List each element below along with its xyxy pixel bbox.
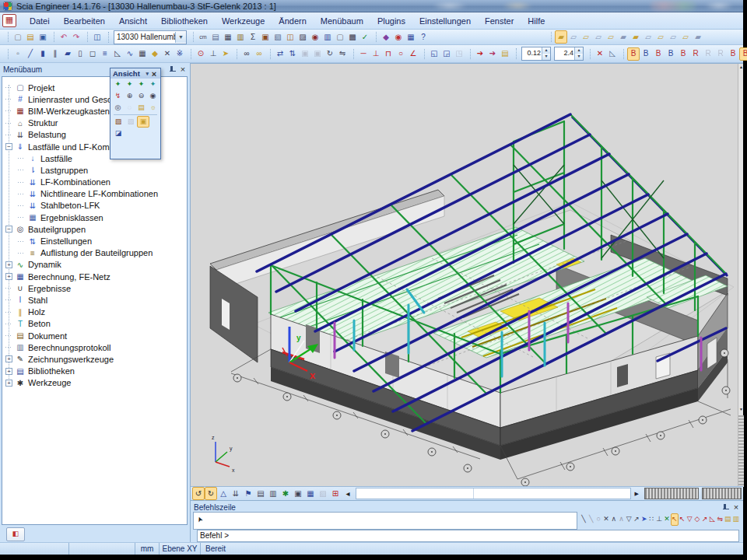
tree-expander[interactable] xyxy=(18,158,25,159)
snap-orthogonal-button[interactable]: ◇ xyxy=(693,513,701,526)
redo-button[interactable]: ↷ xyxy=(70,30,82,44)
tree-expander[interactable] xyxy=(5,299,12,300)
copy-gray-button[interactable]: ▣ xyxy=(311,47,324,61)
snap-segment-button[interactable]: ╲ xyxy=(587,513,595,526)
menu-item-bearbeiten[interactable]: Bearbeiten xyxy=(57,14,112,28)
copy-attributes-button[interactable]: ◱ xyxy=(428,47,440,61)
rotate-model-button[interactable]: ↺ xyxy=(192,487,205,500)
tree-expander[interactable]: + xyxy=(5,273,12,280)
fly-through-button[interactable]: ➔ xyxy=(474,47,486,61)
pin-icon[interactable] xyxy=(722,503,730,511)
project-window-button[interactable]: ◫ xyxy=(91,30,103,44)
tree-expander[interactable] xyxy=(5,123,12,124)
tree-item-member-group-list[interactable]: ≡ Auflistung der Bauteilgruppen xyxy=(2,247,187,259)
snap-intersect-button[interactable]: ✕ xyxy=(663,513,671,526)
tree-expander[interactable]: + xyxy=(5,368,12,375)
nonlinear-combination-button[interactable]: B xyxy=(665,47,677,61)
project-combo[interactable]: 13030 Hallenumbau ▼ xyxy=(114,30,187,44)
viewport-3d[interactable]: x y z y x ▲ ▼ ↺↻△⇊⚑▤▥✱▣▦▧⊞◂ ▶ xyxy=(191,63,743,500)
document-check-button[interactable]: ✓ xyxy=(359,30,371,44)
menu-item-menübaum[interactable]: Menübaum xyxy=(314,14,370,28)
column-button[interactable]: ▮ xyxy=(37,47,49,61)
solver-setup-button[interactable]: B xyxy=(739,47,747,61)
copy-picture-button[interactable]: ▨ xyxy=(124,116,137,128)
tree-item-results[interactable]: ∪ Ergebnisse xyxy=(2,282,187,294)
zoom-person-button[interactable]: △ xyxy=(217,487,230,500)
tree-expander[interactable] xyxy=(5,288,12,289)
tree-expander[interactable] xyxy=(5,347,12,348)
book-view-gray-button[interactable]: ▧ xyxy=(317,487,329,500)
light-settings-button[interactable]: ☼ xyxy=(147,102,159,114)
support-line-button[interactable]: ⊥ xyxy=(370,47,382,61)
tree-item-nonlinear-lf-combinations[interactable]: ⇊ Nichtlineare LF-Kombinationen xyxy=(2,188,187,200)
scale-spinner[interactable]: 0.12 ▴▾ xyxy=(521,47,551,61)
rib-button[interactable]: ≡ xyxy=(99,47,111,61)
tree-expander[interactable] xyxy=(18,241,25,242)
intersections-button[interactable]: ※ xyxy=(174,47,186,61)
concrete-setup-button[interactable]: R xyxy=(689,47,702,61)
tree-item-concrete[interactable]: T Beton xyxy=(2,318,187,330)
paperspace-layout-button[interactable]: ◫ xyxy=(284,30,296,44)
tree-item-load-groups[interactable]: ⇂ Lastgruppen xyxy=(2,164,187,176)
activity-filter-4-button[interactable]: ▱ xyxy=(592,30,605,44)
layer-manager-button[interactable]: ▤ xyxy=(135,102,147,114)
menu-item-fenster[interactable]: Fenster xyxy=(478,14,521,28)
activity-filter-12-button[interactable]: ▰ xyxy=(692,30,704,44)
print-picture-button[interactable]: ▨ xyxy=(112,116,124,128)
tree-item-timber[interactable]: ∥ Holz xyxy=(2,306,187,318)
snap-endpoint-button[interactable]: ↖ xyxy=(679,513,686,526)
tree-expander[interactable] xyxy=(5,99,12,100)
tree-expander[interactable] xyxy=(18,170,25,170)
snap-nearest-button[interactable]: ↖ xyxy=(671,513,679,526)
tree-expander[interactable] xyxy=(5,312,12,313)
shaded-view-button[interactable]: ✦ xyxy=(124,79,135,90)
document-new-button[interactable]: ▢ xyxy=(334,30,346,44)
tree-item-settings[interactable]: ⇅ Einstellungen xyxy=(2,235,187,247)
tree-expander[interactable] xyxy=(5,135,12,135)
snap-free-button[interactable]: ╲ xyxy=(580,513,587,526)
tree-expander[interactable]: + xyxy=(5,380,12,387)
haunch-button[interactable]: ◺ xyxy=(111,47,124,61)
rendered-view-button[interactable]: ✦ xyxy=(135,79,147,90)
snap-triangle-button[interactable]: ▽ xyxy=(625,513,633,526)
spinner-down-icon[interactable]: ▾ xyxy=(575,54,583,60)
ansicht-floating-panel[interactable]: Ansicht ▾ × ✦✦✦✦ ↯⊕⊖◉ ◎◌▤☼ ▨▨▣ ◪ xyxy=(110,68,161,159)
tree-expander[interactable]: − xyxy=(5,226,12,233)
book-view-button[interactable]: ▦ xyxy=(304,487,317,500)
paste-attributes-button[interactable]: ◲ xyxy=(440,47,453,61)
activity-filter-5-button[interactable]: ▱ xyxy=(605,30,617,44)
zoom-window-button[interactable]: ◉ xyxy=(147,90,159,102)
support-button[interactable]: ⊥ xyxy=(207,47,219,61)
multi-copy-button[interactable]: ⇅ xyxy=(286,47,299,61)
zoom-influence-button[interactable]: ◉ xyxy=(392,30,405,44)
combination-manager-button[interactable]: B xyxy=(652,47,665,61)
titlebar[interactable]: Scia Engineer 14.1.76 - [13030 Hallenumb… xyxy=(0,0,743,12)
tree-item-document[interactable]: ▤ Dokument xyxy=(2,330,187,341)
menu-item-ansicht[interactable]: Ansicht xyxy=(112,14,154,28)
engineering-library-button[interactable]: ▥ xyxy=(321,30,334,44)
chevron-down-icon[interactable]: ▾ xyxy=(146,71,149,77)
viewport-3d-scene[interactable]: x y z y x xyxy=(191,64,738,487)
tree-item-dynamics[interactable]: + ∿ Dynamik xyxy=(2,259,187,271)
print-preview-button[interactable]: ◉ xyxy=(309,30,321,44)
close-icon[interactable]: × xyxy=(150,70,158,78)
menu-item-werkzeuge[interactable]: Werkzeuge xyxy=(215,14,272,28)
snap-angle-button[interactable]: ◺ xyxy=(709,513,717,526)
zoom-out-button[interactable]: ⊖ xyxy=(135,90,147,102)
snap-vertex-button[interactable]: ∧ xyxy=(610,513,618,526)
rotate-button[interactable]: ↻ xyxy=(324,47,336,61)
search-members-button[interactable]: ∞ xyxy=(240,47,253,61)
zoom-all-button[interactable]: ◎ xyxy=(112,102,124,114)
menu-item-bibliotheken[interactable]: Bibliotheken xyxy=(154,14,215,28)
cursor-mode-button[interactable]: ➤ xyxy=(640,513,648,526)
snap-settings-button[interactable]: ▤ xyxy=(724,513,732,526)
scroll-left-view-button[interactable]: ◂ xyxy=(342,487,354,500)
flag-display-button[interactable]: ⚑ xyxy=(242,487,254,500)
snap-size-spinner[interactable]: 2.4 ▴▾ xyxy=(554,47,584,61)
activity-filter-6-button[interactable]: ▰ xyxy=(617,30,630,44)
opening-button[interactable]: ◻ xyxy=(86,47,99,61)
save-button[interactable]: ▣ xyxy=(37,30,49,44)
snap-delete-button[interactable]: ✕ xyxy=(602,513,610,526)
activity-filter-7-button[interactable]: ▰ xyxy=(630,30,642,44)
load-panel-button[interactable]: ▦ xyxy=(136,47,149,61)
